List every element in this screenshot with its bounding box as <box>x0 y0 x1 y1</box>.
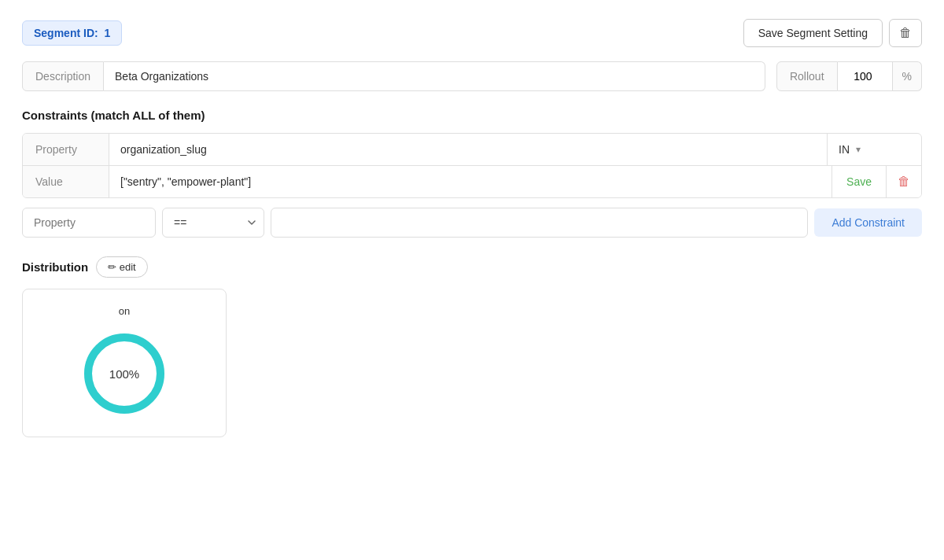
header-actions: Save Segment Setting 🗑 <box>743 19 922 47</box>
rollout-group: Rollout % <box>776 61 922 91</box>
constraint-property-row: Property IN ▾ <box>23 134 921 165</box>
new-operator-select[interactable]: == != IN NOT IN > < >= <= <box>162 208 264 238</box>
distribution-on-label: on <box>119 305 130 317</box>
add-constraint-row: == != IN NOT IN > < >= <= Add Constraint <box>22 208 922 238</box>
description-row: Description Rollout % <box>22 61 922 91</box>
segment-id-badge: Segment ID: 1 <box>22 20 122 46</box>
operator-value: IN <box>839 143 850 156</box>
constraint-block-existing: Property IN ▾ Value Save 🗑 <box>22 133 922 198</box>
segment-id-label: Segment ID: <box>34 27 98 39</box>
constraints-section-title: Constraints (match ALL of them) <box>22 109 922 122</box>
description-label: Description <box>22 61 104 91</box>
chevron-down-icon: ▾ <box>856 144 861 155</box>
property-input[interactable] <box>109 134 827 165</box>
description-input[interactable] <box>104 61 765 91</box>
distribution-title: Distribution <box>22 260 88 274</box>
donut-center-label: 100% <box>109 367 139 381</box>
trash-icon: 🗑 <box>899 26 912 39</box>
distribution-header: Distribution ✏ edit <box>22 256 922 278</box>
header-row: Segment ID: 1 Save Segment Setting 🗑 <box>22 19 922 47</box>
new-value-input[interactable] <box>271 208 808 238</box>
rollout-label: Rollout <box>776 61 838 91</box>
value-label: Value <box>23 166 109 197</box>
trash-icon: 🗑 <box>898 175 910 188</box>
constraint-value-row: Value Save 🗑 <box>23 165 921 197</box>
save-segment-button[interactable]: Save Segment Setting <box>743 19 883 47</box>
add-constraint-button[interactable]: Add Constraint <box>814 208 922 237</box>
distribution-card: on 100% <box>22 289 227 437</box>
edit-distribution-button[interactable]: ✏ edit <box>96 256 148 278</box>
delete-constraint-button[interactable]: 🗑 <box>886 166 921 197</box>
rollout-percent-label: % <box>893 61 922 91</box>
new-property-input[interactable] <box>22 208 156 238</box>
donut-chart: 100% <box>77 326 171 421</box>
property-label: Property <box>23 134 109 165</box>
save-constraint-button[interactable]: Save <box>832 166 886 197</box>
operator-selector[interactable]: IN ▾ <box>827 134 921 165</box>
delete-segment-button[interactable]: 🗑 <box>889 19 922 47</box>
value-input[interactable] <box>109 166 832 197</box>
segment-id-value: 1 <box>104 27 110 39</box>
rollout-input[interactable] <box>838 61 893 91</box>
